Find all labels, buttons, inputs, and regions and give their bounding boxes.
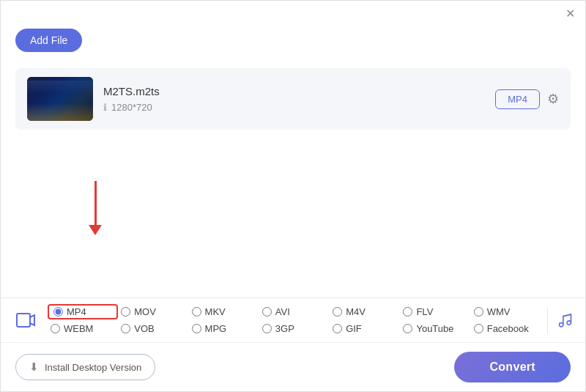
action-bar: ⬇ Install Desktop Version Convert [1, 343, 585, 391]
format-option-facebook[interactable]: Facebook [471, 321, 541, 336]
format-label-youtube: YouTube [416, 323, 453, 334]
svg-line-1 [563, 314, 571, 317]
format-label-mkv: MKV [205, 306, 226, 317]
format-label-facebook: Facebook [487, 323, 529, 334]
format-bar: MP4 MOV MKV AVI M4V FLV [1, 298, 585, 343]
close-button[interactable]: ✕ [563, 7, 576, 20]
top-section: Add File [1, 23, 585, 61]
file-actions: MP4 ⚙ [495, 89, 559, 109]
format-option-vob[interactable]: VOB [118, 321, 188, 336]
format-option-mov[interactable]: MOV [118, 304, 188, 319]
format-option-mkv[interactable]: MKV [189, 304, 259, 319]
format-label-3gp: 3GP [275, 323, 294, 334]
file-name: M2TS.m2ts [103, 85, 485, 97]
settings-icon[interactable]: ⚙ [547, 91, 559, 107]
title-bar: ✕ [1, 1, 585, 23]
format-option-avi[interactable]: AVI [259, 304, 330, 319]
format-label-m4v: M4V [346, 306, 366, 317]
convert-button[interactable]: Convert [454, 352, 571, 382]
arrow-shaft [94, 181, 97, 225]
middle-area [1, 137, 585, 284]
format-label-avi: AVI [275, 306, 290, 317]
arrow-head [89, 225, 102, 235]
format-option-youtube[interactable]: YouTube [400, 321, 470, 336]
format-option-flv[interactable]: FLV [400, 304, 470, 319]
video-format-icon[interactable] [12, 307, 39, 333]
bottom-bar: MP4 MOV MKV AVI M4V FLV [1, 297, 585, 391]
file-info: M2TS.m2ts ℹ 1280*720 [103, 85, 485, 113]
format-label-mov: MOV [134, 306, 156, 317]
format-option-wmv[interactable]: WMV [471, 304, 541, 319]
svg-rect-0 [17, 314, 30, 327]
install-desktop-button[interactable]: ⬇ Install Desktop Version [15, 354, 155, 380]
install-label: Install Desktop Version [45, 362, 141, 373]
format-option-m4v[interactable]: M4V [330, 304, 400, 319]
download-icon: ⬇ [29, 360, 39, 374]
format-option-mp4[interactable]: MP4 [48, 304, 118, 319]
format-badge-button[interactable]: MP4 [495, 89, 540, 109]
format-label-vob: VOB [134, 323, 154, 334]
audio-format-icon[interactable] [547, 307, 574, 333]
format-label-gif: GIF [346, 323, 362, 334]
format-option-mpg[interactable]: MPG [189, 321, 259, 336]
file-item: M2TS.m2ts ℹ 1280*720 MP4 ⚙ [15, 68, 571, 130]
format-option-webm[interactable]: WEBM [48, 321, 118, 336]
file-meta: ℹ 1280*720 [103, 102, 485, 113]
format-label-mpg: MPG [205, 323, 227, 334]
format-label-wmv: WMV [487, 306, 511, 317]
file-resolution: 1280*720 [111, 102, 152, 113]
info-icon: ℹ [103, 102, 107, 113]
formats-grid: MP4 MOV MKV AVI M4V FLV [48, 304, 541, 336]
arrow-indicator [89, 181, 102, 235]
format-label-mp4: MP4 [67, 306, 86, 317]
add-file-button[interactable]: Add File [15, 29, 82, 52]
format-option-3gp[interactable]: 3GP [259, 321, 330, 336]
format-label-webm: WEBM [64, 323, 93, 334]
format-option-gif[interactable]: GIF [330, 321, 400, 336]
file-thumbnail [27, 77, 93, 121]
format-label-flv: FLV [416, 306, 433, 317]
